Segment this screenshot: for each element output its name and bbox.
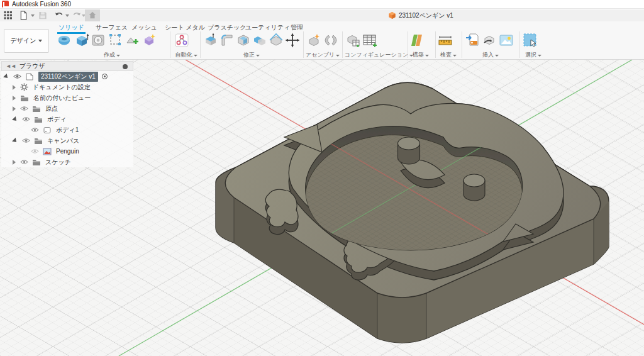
tree-row-canvases[interactable]: キャンバス [1, 135, 133, 146]
tree-item-label[interactable]: 名前の付いたビュー [33, 94, 91, 103]
folder-icon [34, 116, 43, 123]
group-automate: 自動化 [174, 31, 199, 48]
tab-utilities[interactable]: ユーティリティ [245, 23, 290, 32]
group-construct-label[interactable]: 構築 [413, 52, 424, 58]
tree-row-named-views[interactable]: 名前の付いたビュー [1, 92, 133, 103]
undo-caret[interactable] [65, 14, 69, 17]
shell-icon[interactable] [235, 31, 251, 48]
document-cube-icon [389, 12, 396, 19]
group-assemble: アセンブリ [306, 31, 340, 48]
tree-row-sketches[interactable]: スケッチ [1, 157, 133, 167]
group-select: 選択 [522, 31, 545, 48]
move-copy-icon[interactable] [285, 31, 301, 48]
tree-row-body1[interactable]: ボディ1 [1, 125, 133, 135]
ribbon-toolbar: デザイン ソリッド サーフェス メッシュ シート メタル プラスチック ユーティ… [0, 21, 644, 60]
file-menu-caret[interactable] [31, 14, 35, 17]
tree-item-label[interactable]: Penguin [56, 148, 79, 155]
derive-icon[interactable] [125, 31, 141, 48]
automate-icon[interactable] [174, 31, 190, 48]
visibility-eye-icon[interactable] [31, 126, 39, 134]
combine-icon[interactable] [252, 31, 268, 48]
joint-icon[interactable] [323, 31, 339, 48]
split-body-icon[interactable] [269, 31, 284, 48]
active-component-radio[interactable] [102, 74, 108, 79]
left-eye[interactable] [398, 137, 420, 164]
document-tab[interactable]: 231102ペンギン v1 [389, 9, 453, 21]
home-view-button[interactable] [85, 9, 100, 21]
visibility-eye-icon[interactable] [20, 104, 28, 113]
new-design-icon[interactable] [57, 31, 73, 48]
configuration-icon[interactable] [345, 31, 361, 48]
expand-icon[interactable] [12, 138, 18, 144]
tree-row-bodies[interactable]: ボディ [1, 114, 133, 125]
insert-mesh-icon[interactable] [481, 31, 497, 48]
tree-item-label[interactable]: ドキュメントの設定 [33, 83, 91, 92]
configuration-table-icon[interactable] [362, 31, 378, 48]
expand-icon[interactable] [3, 74, 9, 80]
browser-options-icon[interactable] [123, 64, 128, 69]
fillet-icon[interactable] [219, 31, 235, 48]
visibility-eye-icon[interactable] [20, 158, 28, 166]
visibility-eye-icon-dim[interactable] [31, 147, 39, 155]
group-select-label[interactable]: 選択 [525, 52, 536, 58]
tab-solid[interactable]: ソリッド [58, 23, 84, 32]
app-grid-menu-icon[interactable] [3, 11, 13, 20]
save-icon[interactable] [38, 11, 48, 20]
browser-header[interactable]: ◄◄ ブラウザ [1, 61, 133, 71]
collapsed-icon[interactable] [13, 96, 16, 101]
visibility-eye-icon[interactable] [22, 115, 30, 123]
group-inspect-label[interactable]: 検査 [440, 52, 452, 58]
tree-row-document-settings[interactable]: ドキュメントの設定 [1, 82, 133, 92]
tree-item-label[interactable]: スケッチ [45, 158, 71, 167]
tree-item-label[interactable]: ボディ1 [56, 126, 79, 135]
tab-mesh[interactable]: メッシュ [131, 23, 157, 32]
group-construct: 構築 [409, 31, 433, 48]
tree-root-row[interactable]: 231102ペンギン v1 [1, 71, 133, 82]
group-insert-label[interactable]: 挿入 [482, 52, 494, 58]
collapsed-icon[interactable] [13, 160, 16, 165]
visibility-eye-icon[interactable] [13, 72, 21, 81]
collapse-panel-icon[interactable]: ◄◄ [6, 63, 16, 69]
redo-icon[interactable] [72, 11, 82, 20]
group-modify-label[interactable]: 修正 [243, 52, 255, 58]
workspace-selector[interactable]: デザイン [4, 29, 49, 53]
window-title: Autodesk Fusion 360 [12, 1, 71, 8]
expand-icon[interactable] [12, 116, 18, 123]
insert-canvas-icon[interactable] [498, 31, 514, 48]
tab-sheetmetal[interactable]: シート メタル [165, 23, 205, 32]
tab-manage[interactable]: 管理 [291, 23, 303, 32]
tree-item-label[interactable]: キャンバス [47, 136, 79, 145]
select-icon[interactable] [522, 31, 538, 48]
new-component-icon[interactable] [306, 31, 322, 48]
tree-item-label[interactable]: ボディ [47, 115, 67, 124]
group-configure-label[interactable]: コンフィギュレーション [345, 52, 408, 58]
browser-title: ブラウザ [19, 62, 45, 70]
collapsed-icon[interactable] [13, 85, 16, 90]
press-pull-icon[interactable] [203, 31, 218, 48]
undo-icon[interactable] [54, 11, 64, 20]
tree-item-label[interactable]: 原点 [45, 104, 58, 113]
visibility-eye-icon[interactable] [22, 136, 30, 145]
folder-icon [32, 105, 41, 113]
group-assemble-label[interactable]: アセンブリ [306, 52, 335, 58]
insert-svg-icon[interactable] [464, 31, 480, 48]
measure-icon[interactable] [437, 31, 453, 48]
tab-plastic[interactable]: プラスチック [208, 23, 246, 32]
collapsed-icon[interactable] [13, 106, 16, 111]
root-item-label[interactable]: 231102ペンギン v1 [38, 72, 98, 82]
right-eye[interactable] [464, 174, 485, 201]
construct-plane-icon[interactable] [409, 31, 425, 48]
group-create: 作成 [57, 31, 167, 48]
group-create-label[interactable]: 作成 [104, 52, 115, 58]
group-automate-label[interactable]: 自動化 [175, 52, 192, 58]
folder-icon [32, 159, 41, 166]
hole-icon[interactable] [91, 31, 107, 48]
tree-row-origin[interactable]: 原点 [1, 103, 133, 114]
create-sketch-icon[interactable] [108, 31, 124, 48]
tab-surface[interactable]: サーフェス [96, 23, 128, 32]
create-form-icon[interactable] [142, 31, 158, 48]
quick-access-toolbar: 231102ペンギン v1 [0, 9, 644, 21]
extrude-icon[interactable] [74, 31, 90, 48]
file-menu-icon[interactable] [19, 11, 29, 20]
tree-row-penguin-canvas[interactable]: Penguin [1, 146, 133, 157]
